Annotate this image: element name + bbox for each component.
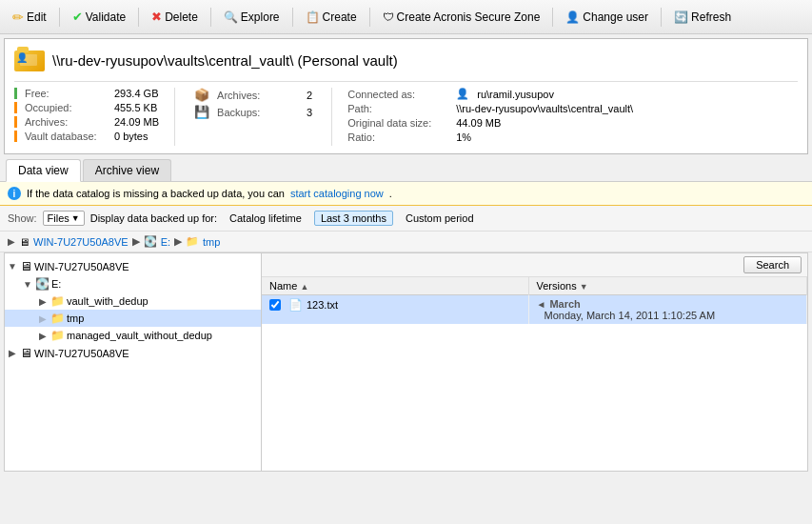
occupied-stat: Occupied: 455.5 KB	[14, 102, 159, 113]
sep4	[292, 8, 293, 27]
table-header-row: Name ▲ Versions ▼	[262, 277, 807, 295]
vault-title-row: 👤 \\ru-dev-ryusupov\vaults\central_vault…	[14, 47, 798, 73]
main-layout: ▼ 🖥 WIN-7U27U50A8VE ▼ 💽 E: ▶ 📁 vault_wit…	[4, 252, 808, 472]
archives-size-stat: Archives: 24.09 MB	[14, 116, 159, 128]
breadcrumb-item-1[interactable]: E:	[161, 236, 170, 248]
edit-icon: ✏	[12, 10, 24, 25]
tab-archive-view[interactable]: Archive view	[83, 159, 171, 181]
archives-count: 📦 Archives: 2	[194, 88, 312, 102]
drive-icon-tree: 💽	[35, 277, 50, 291]
dropdown-arrow-icon: ▼	[71, 213, 80, 223]
toolbar: ✏ Edit ✔ Validate ✖ Delete 🔍 Explore 📋 C…	[0, 0, 812, 34]
edit-button[interactable]: ✏ Edit	[6, 7, 53, 28]
table-row[interactable]: 📄 123.txt ◄ March Monday, March 14, 2011…	[262, 295, 807, 325]
header-panel: 👤 \\ru-dev-ryusupov\vaults\central_vault…	[4, 38, 808, 154]
tree-item-vault-dedup[interactable]: ▶ 📁 vault_with_dedup	[5, 292, 261, 310]
expand-icon-vault-dedup: ▶	[37, 295, 49, 307]
breadcrumb-expand-icon: ▶	[8, 236, 15, 247]
create-icon: 📋	[306, 10, 320, 24]
col-name-header[interactable]: Name ▲	[262, 277, 528, 295]
sep1	[59, 8, 60, 27]
version-group: ◄ March	[537, 298, 800, 310]
connected-as-stat: Connected as: 👤 ru\ramil.yusupov	[347, 88, 633, 100]
search-button-row: Search	[262, 253, 807, 277]
tree-label-root1: WIN-7U27U50A8VE	[34, 261, 129, 272]
delete-button[interactable]: ✖ Delete	[145, 7, 205, 27]
stats-right: Connected as: 👤 ru\ramil.yusupov Path: \…	[332, 88, 633, 146]
period-last-months-button[interactable]: Last 3 months	[314, 211, 393, 226]
refresh-icon: 🔄	[674, 10, 688, 24]
breadcrumb-item-2[interactable]: tmp	[203, 236, 220, 248]
sort-desc-icon: ▼	[580, 282, 588, 292]
drive-icon-small: 💽	[144, 235, 157, 248]
expand-icon-edrive: ▼	[22, 278, 33, 290]
explore-icon: 🔍	[224, 10, 238, 24]
info-bar: i If the data catalog is missing a backe…	[0, 182, 812, 206]
vault-folder-icon: 👤	[14, 47, 45, 73]
period-catalog-button[interactable]: Catalog lifetime	[223, 211, 308, 226]
change-user-icon: 👤	[565, 10, 580, 24]
user-icon: 👤	[456, 88, 469, 100]
versions-cell: ◄ March Monday, March 14, 2011 1:10:25 A…	[528, 295, 807, 325]
computer-icon-tree2: 🖥	[20, 346, 32, 360]
tab-data-view[interactable]: Data view	[6, 159, 81, 182]
catalog-link[interactable]: start cataloging now	[290, 188, 384, 199]
create-button[interactable]: 📋 Create	[299, 8, 364, 27]
expand-icon-managed-vault: ▶	[37, 330, 49, 341]
show-bar: Show: Files ▼ Display data backed up for…	[0, 206, 812, 232]
validate-button[interactable]: ✔ Validate	[66, 7, 132, 27]
tree-label-edrive: E:	[51, 278, 61, 290]
file-panel: Name ▲ Versions ▼	[262, 277, 807, 324]
breadcrumb-sep2: ▶	[174, 235, 182, 248]
col-versions-header[interactable]: Versions ▼	[528, 277, 807, 295]
show-label: Show:	[8, 212, 37, 224]
stats-mid: 📦 Archives: 2 💾 Backups: 3	[175, 88, 332, 146]
sort-asc-icon: ▲	[300, 282, 308, 292]
info-icon: i	[8, 187, 21, 200]
expand-icon-root1: ▼	[7, 261, 18, 272]
file-checkbox[interactable]	[269, 299, 281, 311]
file-table: Name ▲ Versions ▼	[262, 277, 807, 324]
stats-row: Free: 293.4 GB Occupied: 455.5 KB Archiv…	[14, 81, 798, 146]
tree-item-edrive[interactable]: ▼ 💽 E:	[5, 275, 261, 292]
period-custom-button[interactable]: Custom period	[399, 211, 481, 226]
folder-icon-managed-vault: 📁	[50, 329, 65, 342]
search-button[interactable]: Search	[743, 256, 802, 273]
tree-item-root1[interactable]: ▼ 🖥 WIN-7U27U50A8VE	[5, 257, 261, 275]
tree-label-root2: WIN-7U27U50A8VE	[34, 348, 129, 359]
breadcrumb-item-0[interactable]: WIN-7U27U50A8VE	[33, 236, 129, 248]
acronis-zone-button[interactable]: 🛡 Create Acronis Secure Zone	[376, 8, 547, 27]
ratio-stat: Ratio: 1%	[347, 131, 633, 143]
sep3	[210, 8, 211, 27]
folder-icon-vault-dedup: 📁	[50, 294, 65, 308]
computer-icon-tree: 🖥	[20, 259, 32, 273]
tree-label-vault-dedup: vault_with_dedup	[67, 295, 149, 307]
expand-icon-root2: ▶	[7, 348, 18, 359]
folder-icon-breadcrumb: 📁	[186, 235, 199, 248]
display-label: Display data backed up for:	[90, 212, 217, 224]
sep7	[661, 8, 662, 27]
file-name: 123.txt	[307, 299, 338, 311]
backups-count: 💾 Backups: 3	[194, 105, 312, 119]
tree-label-managed-vault: managed_vault_without_dedup	[67, 330, 212, 341]
computer-icon-small: 🖥	[19, 236, 30, 248]
tree-panel: ▼ 🖥 WIN-7U27U50A8VE ▼ 💽 E: ▶ 📁 vault_wit…	[5, 253, 262, 471]
folder-icon-tmp: 📁	[50, 312, 65, 325]
file-name-cell: 📄 123.txt	[262, 295, 528, 325]
change-user-button[interactable]: 👤 Change user	[559, 8, 655, 27]
tree-label-tmp: tmp	[67, 312, 84, 324]
file-doc-icon: 📄	[288, 298, 303, 312]
delete-icon: ✖	[151, 10, 162, 24]
archives-icon: 📦	[194, 88, 209, 102]
breadcrumb: ▶ 🖥 WIN-7U27U50A8VE ▶ 💽 E: ▶ 📁 tmp	[0, 232, 812, 252]
free-stat: Free: 293.4 GB	[14, 88, 159, 99]
explore-button[interactable]: 🔍 Explore	[217, 8, 287, 27]
tree-item-tmp[interactable]: ▶ 📁 tmp	[5, 310, 261, 327]
files-dropdown[interactable]: Files ▼	[43, 211, 85, 226]
sep5	[369, 8, 370, 27]
acronis-icon: 🛡	[383, 10, 394, 24]
vault-db-stat: Vault database: 0 bytes	[14, 131, 159, 142]
tree-item-root2[interactable]: ▶ 🖥 WIN-7U27U50A8VE	[5, 344, 261, 362]
tree-item-managed-vault[interactable]: ▶ 📁 managed_vault_without_dedup	[5, 327, 261, 344]
refresh-button[interactable]: 🔄 Refresh	[667, 8, 738, 27]
